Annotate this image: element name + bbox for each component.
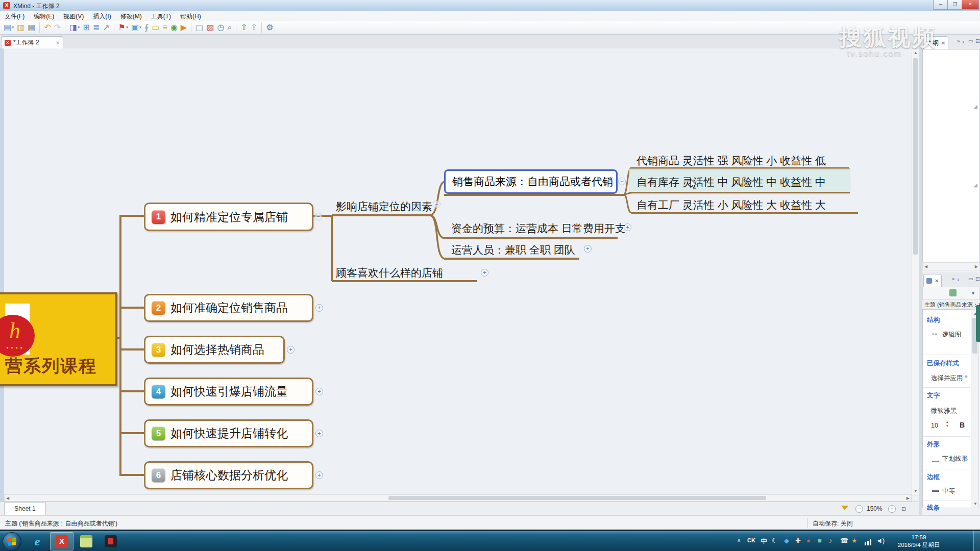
open-folder-icon[interactable]: ▥ [17, 22, 24, 33]
document-tab[interactable]: X *工作簿 2 ✕ [1, 36, 63, 48]
panel-maximize-icon[interactable]: ⊡ [975, 38, 979, 44]
topic-branch-4[interactable]: 4 如何快速引爆店铺流量 [144, 378, 313, 406]
vertical-scrollbar[interactable]: ▲ ▼ [912, 48, 919, 495]
topic-factors[interactable]: 影响店铺定位的因素 [336, 199, 432, 214]
menu-edit[interactable]: 编辑(E) [29, 11, 59, 22]
topic-branch-6[interactable]: 6 店铺核心数据分析优化 [144, 461, 313, 489]
widget-icon[interactable]: ■ [818, 537, 822, 544]
collapse-handle[interactable]: − [314, 213, 322, 220]
hidden-icons-chevron-icon[interactable]: ∧ [737, 537, 741, 543]
font-name-select[interactable]: 微软雅黑 [931, 407, 957, 415]
menu-help[interactable]: 帮助(H) [176, 11, 206, 22]
border-value[interactable]: 中等 [942, 487, 955, 495]
spinner-up-icon[interactable]: ▴ [946, 420, 948, 424]
collapse-handle[interactable]: − [433, 201, 440, 208]
map-properties-icon[interactable]: ▢ [195, 22, 203, 33]
insert-subtopic-icon[interactable]: ≣ [93, 22, 100, 33]
outline-horizontal-scrollbar[interactable]: ◀ ▶ [922, 262, 980, 270]
topic-row-consignment[interactable]: 代销商品 灵活性 强 风险性 小 收益性 低 [636, 154, 826, 168]
medical-icon[interactable]: ✚ [795, 537, 801, 544]
zoom-in-button[interactable]: + [888, 505, 896, 513]
filter-funnel-icon[interactable] [841, 506, 848, 510]
audio-note-icon[interactable]: ▶ [181, 22, 187, 33]
maximize-button[interactable]: ❐ [947, 0, 963, 10]
expand-handle[interactable]: + [287, 346, 295, 354]
expand-handle[interactable]: + [481, 269, 488, 277]
sheet-tab[interactable]: Sheet 1 [4, 502, 46, 515]
shape-value[interactable]: 下划线形 [942, 455, 968, 463]
save-icon[interactable]: ▦ [28, 22, 35, 33]
attachment-icon[interactable]: ∮ [144, 22, 149, 33]
insert-topic-dropdown-icon[interactable]: ◨▾ [69, 22, 80, 33]
start-button[interactable] [3, 532, 21, 551]
save-style-icon[interactable] [949, 289, 957, 296]
topic-branch-1[interactable]: 1 如何精准定位专属店铺 [144, 203, 313, 231]
scroll-right-icon[interactable]: ▶ [975, 264, 978, 269]
minimize-button[interactable]: ─ [933, 0, 948, 10]
topic-source-selected[interactable]: 销售商品来源：自由商品或者代销 [444, 169, 618, 194]
properties-panel-tab[interactable]: ✕ [923, 274, 942, 287]
relationship-icon[interactable]: ↗ [103, 22, 109, 33]
expand-handle[interactable]: + [315, 430, 323, 437]
export-icon[interactable]: ⇪ [251, 22, 257, 33]
menu-view[interactable]: 视图(V) [59, 11, 88, 22]
bold-button[interactable]: B [960, 421, 965, 429]
record-dot-icon[interactable]: ● [806, 537, 811, 544]
redo-icon[interactable]: ↷ [54, 22, 61, 33]
scrollbar-thumb[interactable] [388, 496, 766, 500]
tab-overflow-icon[interactable]: » [952, 276, 955, 282]
topic-budget[interactable]: 资金的预算：运营成本 日常费用开支 [451, 221, 626, 236]
undo-icon[interactable]: ↶ [44, 22, 51, 33]
network-bars-icon[interactable] [865, 542, 866, 545]
insert-topic-icon[interactable]: ⊞ [83, 22, 89, 33]
scroll-left-icon[interactable]: ◀ [6, 496, 9, 500]
new-document-icon[interactable]: ▤▾ [4, 22, 14, 33]
spinner-down-icon[interactable]: ▾ [946, 424, 948, 428]
scroll-left-icon[interactable]: ◀ [924, 264, 927, 269]
resize-grip-icon[interactable]: ◢ [973, 104, 977, 109]
music-icon[interactable]: ♪ [829, 537, 832, 544]
show-desktop-button[interactable] [973, 531, 980, 551]
marker-flag-icon[interactable]: ⚑▾ [118, 22, 128, 33]
expand-handle[interactable]: + [584, 245, 592, 253]
taskbar-xmind-icon[interactable]: X [50, 532, 74, 550]
panel-minimize-icon[interactable]: ▭ [968, 276, 973, 282]
tray-ime-mode[interactable]: CK [747, 537, 755, 543]
expand-handle[interactable]: + [315, 471, 323, 479]
share-icon[interactable]: ⇧ [240, 22, 247, 33]
topic-branch-5[interactable]: 5 如何快速提升店铺转化 [144, 419, 313, 447]
dropdown-caret-icon[interactable]: ▾ [972, 290, 974, 296]
outline-panel-content[interactable]: ◢ ◢ [922, 49, 980, 262]
phone-icon[interactable]: ☎ [840, 537, 848, 544]
taskbar-notepad-icon[interactable] [75, 532, 98, 550]
fit-map-icon[interactable]: ⊡ [901, 506, 906, 512]
taskbar-clock[interactable]: 17:59 2016/9/4 星期日 [893, 534, 944, 549]
horizontal-scrollbar[interactable]: ◀ ▶ [4, 494, 912, 502]
close-button[interactable]: ✕ [962, 0, 979, 10]
menu-tools[interactable]: 工具(T) [146, 11, 176, 22]
topic-customers[interactable]: 顾客喜欢什么样的店铺 [336, 266, 443, 280]
topic-row-own-stock[interactable]: 自有库存 灵活性 中 风险性 中 收益性 中 [636, 175, 826, 189]
insert-image-icon[interactable]: ▣▾ [131, 22, 141, 33]
scrollbar-thumb[interactable] [913, 58, 918, 255]
structure-value[interactable]: 逻辑图 [942, 331, 962, 339]
tray-ime-language[interactable]: 中 [761, 537, 767, 546]
tab-close-icon[interactable]: ✕ [935, 278, 939, 284]
hyperlink-icon[interactable]: ◉ [170, 22, 178, 33]
font-size-value[interactable]: 10 [931, 422, 938, 429]
taskbar-ie-icon[interactable]: e [26, 532, 49, 550]
mindmap-canvas[interactable] [4, 48, 912, 495]
messenger-icon[interactable]: ◆ [784, 537, 789, 544]
saved-styles-value[interactable]: 选择并应用 [931, 374, 963, 383]
menu-insert[interactable]: 插入(I) [88, 11, 115, 22]
collapsed-side-tab[interactable] [976, 305, 980, 342]
scroll-down-icon[interactable]: ▼ [973, 502, 977, 506]
resize-grip-icon[interactable]: ◢ [973, 182, 977, 188]
tab-close-icon[interactable]: ✕ [56, 40, 60, 45]
taskbar-recorder-icon[interactable] [99, 532, 122, 550]
topic-branch-3[interactable]: 3 如何选择热销商品 [144, 336, 285, 364]
expand-handle[interactable]: + [315, 388, 323, 395]
menu-modify[interactable]: 修改(M) [116, 11, 146, 22]
volume-icon[interactable]: ◄) [876, 537, 885, 544]
panel-maximize-icon[interactable]: ⊡ [975, 276, 979, 282]
